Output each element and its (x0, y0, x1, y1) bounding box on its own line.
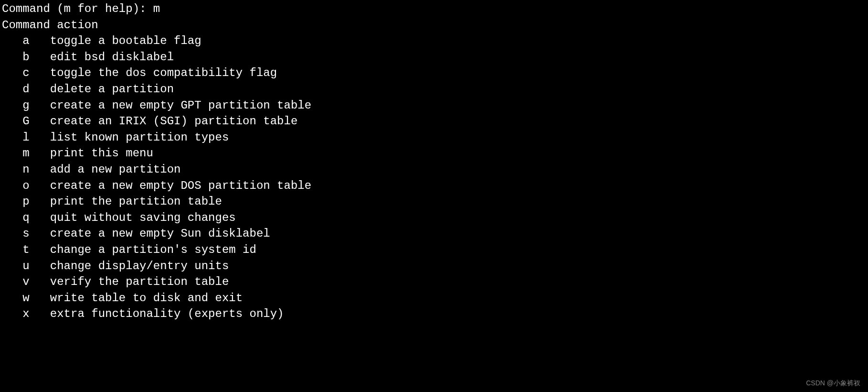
command-prompt-input[interactable]: m (153, 2, 160, 15)
command-row: t change a partition's system id (2, 242, 866, 258)
command-row: b edit bsd disklabel (2, 49, 866, 65)
command-row: d delete a partition (2, 81, 866, 98)
command-row: u change display/entry units (2, 258, 866, 274)
watermark-text: CSDN @小象裤衩 (806, 379, 860, 388)
command-row: p print the partition table (2, 194, 866, 210)
command-row: s create a new empty Sun disklabel (2, 226, 866, 242)
command-row: l list known partition types (2, 130, 866, 146)
command-row: v verify the partition table (2, 274, 866, 290)
command-row: n add a new partition (2, 162, 866, 178)
command-row: x extra functionality (experts only) (2, 306, 866, 322)
command-row: q quit without saving changes (2, 210, 866, 226)
command-prompt-label: Command (m for help): (2, 2, 153, 15)
command-action-header: Command action (2, 17, 866, 33)
command-row: w write table to disk and exit (2, 290, 866, 306)
command-list: a toggle a bootable flag b edit bsd disk… (2, 33, 866, 322)
command-row: g create a new empty GPT partition table (2, 98, 866, 114)
command-row: o create a new empty DOS partition table (2, 178, 866, 194)
command-row: m print this menu (2, 145, 866, 162)
terminal-output[interactable]: Command (m for help): mCommand action a … (0, 0, 868, 323)
command-prompt-line: Command (m for help): m (2, 1, 866, 17)
command-row: a toggle a bootable flag (2, 33, 866, 49)
command-row: c toggle the dos compatibility flag (2, 65, 866, 81)
command-row: G create an IRIX (SGI) partition table (2, 113, 866, 130)
